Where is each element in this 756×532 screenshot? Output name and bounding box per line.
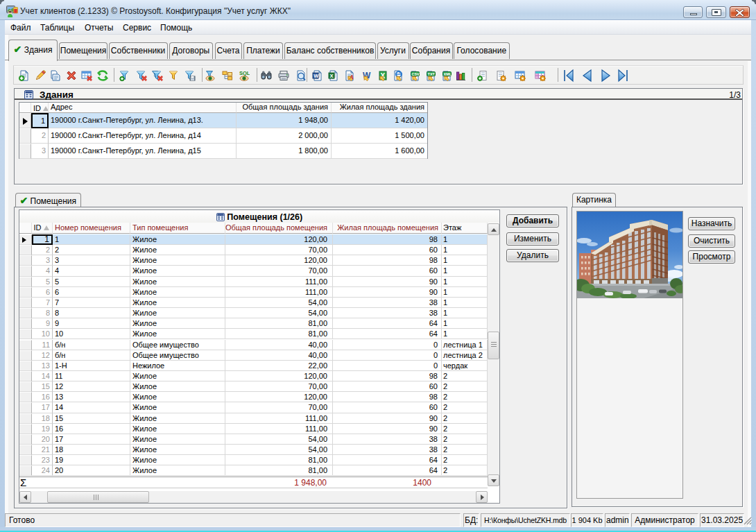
svg-text:SQL: SQL: [239, 70, 250, 76]
svg-text:TXT: TXT: [427, 72, 435, 76]
svg-text:X: X: [330, 73, 334, 79]
svg-text:A: A: [349, 74, 354, 80]
svg-text:XML: XML: [443, 72, 451, 76]
svg-text:CSV: CSV: [411, 72, 419, 76]
svg-text:W: W: [313, 73, 319, 79]
